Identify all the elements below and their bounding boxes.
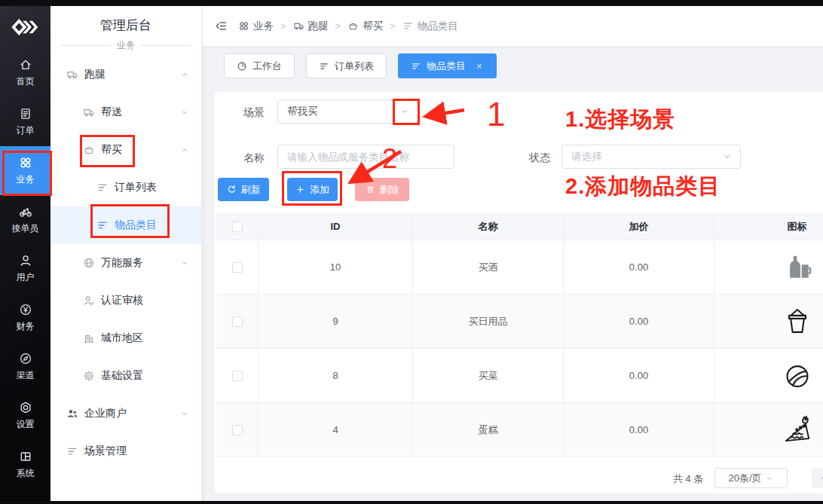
tab-工作台[interactable]: 工作台	[224, 53, 295, 78]
breadcrumb-separator: >	[335, 20, 341, 32]
menu-item-label: 认证审核	[101, 294, 143, 307]
breadcrumb-item-帮买[interactable]: 帮买	[347, 20, 383, 33]
chevron-up-icon	[180, 145, 189, 154]
scene-select[interactable]: 帮我买	[277, 99, 418, 124]
menu-item-label: 帮送	[101, 105, 122, 119]
table-row: 10买酒0.00	[216, 240, 823, 295]
menu-item-帮买[interactable]: 帮买	[50, 131, 201, 169]
menu-item-场景管理[interactable]: 场景管理	[50, 432, 201, 470]
cell-icon	[714, 403, 823, 457]
window-bottom-edge	[0, 501, 823, 504]
row-checkbox[interactable]	[232, 371, 243, 381]
app-nav-item-业务[interactable]: 业务	[0, 146, 50, 195]
refresh-button[interactable]: 刷新	[218, 178, 269, 201]
list-icon	[319, 61, 329, 72]
logo-icon	[11, 16, 39, 38]
cell-name: 买菜	[412, 349, 563, 403]
menu-item-万能服务[interactable]: 万能服务	[50, 244, 201, 282]
page-size-select[interactable]: 20条/页	[714, 468, 788, 488]
chevron-down-icon[interactable]	[722, 151, 733, 162]
tab-订单列表[interactable]: 订单列表	[306, 53, 387, 78]
cell-id: 8	[258, 349, 412, 403]
tab-bar: 工作台订单列表物品类目	[224, 53, 497, 78]
menu-item-企业商户[interactable]: 企业商户	[50, 395, 201, 432]
menu-panel: 管理后台 业务 跑腿帮送帮买订单列表物品类目万能服务认证审核城市地区基础设置企业…	[50, 6, 202, 504]
app-nav-item-系统[interactable]: 系统	[0, 440, 50, 489]
bike-icon	[19, 205, 32, 218]
dashboard-icon	[237, 61, 247, 72]
row-checkbox[interactable]	[232, 425, 243, 435]
status-select-placeholder: 请选择	[571, 150, 602, 163]
beer-product-icon	[782, 252, 813, 283]
menu-item-label: 帮买	[101, 143, 122, 157]
grid-icon	[19, 156, 32, 170]
menu-item-label: 跑腿	[84, 68, 106, 81]
menu-section-label: 业务	[117, 39, 135, 52]
cell-markup: 0.00	[563, 295, 714, 349]
chevron-down-icon	[180, 258, 189, 267]
table-header-名称: 名称	[412, 213, 563, 240]
app-nav-item-用户[interactable]: 用户	[0, 244, 50, 293]
row-checkbox[interactable]	[232, 262, 243, 273]
app-nav-item-设置[interactable]: 设置	[0, 391, 50, 440]
scene-select-value: 帮我买	[287, 105, 318, 118]
app-nav-item-订单[interactable]: 订单	[0, 97, 50, 146]
collapse-menu-icon[interactable]	[215, 20, 228, 32]
app-nav-label: 接单员	[12, 222, 39, 235]
chevron-up-icon	[180, 70, 189, 79]
delete-button[interactable]: 删除	[355, 178, 409, 201]
menu-item-认证审核[interactable]: 认证审核	[50, 282, 201, 319]
cell-id: 10	[258, 240, 412, 295]
truck-icon	[293, 20, 304, 32]
truck-icon	[66, 69, 78, 81]
app-nav-item-接单员[interactable]: 接单员	[0, 195, 50, 244]
menu-item-订单列表[interactable]: 订单列表	[50, 169, 201, 206]
menu-item-跑腿[interactable]: 跑腿	[50, 56, 201, 93]
cell-id: 4	[258, 403, 412, 457]
cabbage-product-icon	[782, 360, 813, 392]
app-nav-item-首页[interactable]: 首页	[0, 48, 50, 97]
name-input-wrap	[277, 145, 454, 169]
plus-icon	[295, 185, 305, 194]
menu-item-label: 万能服务	[101, 256, 143, 270]
prev-page-button[interactable]	[812, 468, 823, 488]
app-nav-label: 订单	[17, 124, 35, 137]
breadcrumb-item-跑腿[interactable]: 跑腿	[293, 20, 329, 33]
basket-product-icon	[782, 306, 813, 338]
row-checkbox-cell	[216, 349, 258, 403]
row-checkbox-cell	[216, 403, 258, 457]
breadcrumb-label: 跑腿	[308, 20, 329, 33]
breadcrumb-item-物品类目[interactable]: 物品类目	[402, 20, 458, 33]
cell-icon	[714, 349, 823, 403]
app-nav-label: 设置	[17, 418, 35, 431]
select-all-checkbox[interactable]	[232, 221, 243, 232]
add-button[interactable]: 添加	[287, 178, 338, 201]
menu-item-城市地区[interactable]: 城市地区	[50, 319, 201, 357]
menu-item-基础设置[interactable]: 基础设置	[50, 357, 201, 395]
order-icon	[19, 107, 32, 121]
menu-item-帮送[interactable]: 帮送	[50, 93, 201, 131]
chevron-down-icon	[180, 108, 189, 117]
app-nav-label: 用户	[17, 271, 35, 284]
app-nav-item-财务[interactable]: 财务	[0, 293, 50, 342]
name-input[interactable]	[278, 145, 454, 168]
grid-icon	[238, 20, 249, 32]
app-nav-label: 财务	[17, 320, 35, 333]
breadcrumb-label: 帮买	[363, 20, 383, 33]
cell-id: 9	[258, 295, 412, 349]
cake-product-icon	[782, 414, 813, 446]
app-logo[interactable]	[0, 6, 50, 48]
breadcrumb-item-业务[interactable]: 业务	[238, 20, 274, 33]
building-icon	[83, 332, 95, 344]
list-icon	[96, 219, 109, 231]
row-checkbox[interactable]	[232, 316, 243, 327]
category-table: ID名称加价图标 10买酒0.009买日用品0.008买菜0.004蛋糕0.00	[216, 213, 823, 457]
chevron-down-icon[interactable]	[399, 106, 410, 117]
menu-item-物品类目[interactable]: 物品类目	[50, 206, 201, 244]
app-sidebar: 首页订单业务接单员用户财务渠道设置系统	[0, 6, 50, 504]
app-nav-item-渠道[interactable]: 渠道	[0, 342, 50, 391]
cell-icon	[714, 240, 823, 295]
status-select[interactable]: 请选择	[561, 145, 741, 169]
tab-物品类目[interactable]: 物品类目	[398, 53, 497, 78]
scene-label: 场景	[243, 106, 265, 120]
